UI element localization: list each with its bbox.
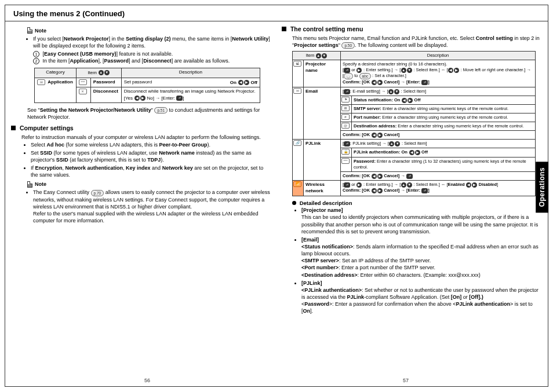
page-number-left: 56 — [144, 377, 150, 384]
note2-li: The Easy Connect utility p.70 allows use… — [33, 189, 271, 224]
note-bullets: If you select [Network Projector] in the… — [33, 35, 271, 49]
ct-th-item: Item ▲▼ — [293, 52, 341, 60]
email-cell: Email — [304, 87, 341, 140]
pass-icon: *** — [341, 158, 350, 164]
email-icon: ✉ — [293, 88, 301, 94]
page-title: Using the menus 2 (Continued) — [5, 9, 548, 21]
th-desc: Description — [121, 68, 260, 78]
th-item: Item ▲▼ — [76, 68, 121, 78]
note-line-1: If you select [Network Projector] in the… — [33, 35, 271, 49]
app-icon: ⊞ — [37, 79, 45, 85]
smtp-icon: 🖥 — [341, 105, 350, 111]
left-column: Note If you select [Network Projector] i… — [11, 25, 271, 316]
cell-pw-icon: *** — [76, 78, 90, 87]
cell-pw-desc: Set password On ◀▶ Off — [121, 78, 260, 87]
pj-auth: PJLink authentication: On ◀▶ Off — [352, 148, 536, 157]
computer-settings-title: Computer settings — [11, 124, 271, 132]
right-icon: ▶ — [244, 80, 249, 85]
dd-title: Detailed description — [292, 200, 542, 207]
email-confirm: Confirm: [OK ◀▶ Cancel] — [341, 131, 536, 140]
down-icon: ▼ — [104, 70, 110, 75]
note2-label-text: Note — [35, 181, 46, 188]
email-status: Status notification: On ◀▶ Off — [352, 96, 536, 104]
email-icon-cell: ✉ — [293, 87, 304, 140]
note-icon — [27, 27, 32, 34]
comp-li-2: Set SSID (for some types of wireless LAN… — [31, 149, 271, 163]
cell-password: Password — [90, 78, 121, 87]
page-number-right: 57 — [403, 377, 409, 384]
left-icon: ◀ — [238, 80, 243, 85]
side-tab-operations: Operations — [536, 162, 548, 213]
auth-icon: 🔒 — [341, 149, 350, 155]
control-table: Item ▲▼ Description 📽 Projector name Spe… — [292, 51, 536, 196]
projector-icon: 📽 — [293, 61, 301, 67]
note-label-text: Note — [35, 27, 46, 34]
email-dest: Destination address: Enter a character s… — [352, 122, 536, 131]
email-smtp: SMTP server: Enter a character string us… — [352, 104, 536, 113]
pjlink-icon: 🔗 — [293, 140, 301, 146]
dd-email: [Email] <Status notification>: Sends ala… — [301, 236, 542, 279]
dd-proj: [Projector name]This can be used to iden… — [301, 207, 542, 235]
pj-confirm: Confirm: [OK ◀▶ Cancel] → ⏎ — [341, 171, 536, 180]
cell-dc-icon: ✕ — [76, 87, 90, 102]
wl-icon-cell: 📶 — [293, 180, 304, 196]
page-ref-51: p.51 — [154, 107, 168, 113]
up-icon: ▲ — [99, 70, 104, 75]
numbered-1: 1 [Easy Connect (USB memory)] feature is… — [33, 50, 271, 57]
cell-dc-desc: Disconnect while transferring an image u… — [121, 87, 260, 102]
comp-li-3: If Encryption, Network authentication, K… — [31, 164, 271, 178]
email-a: [⏎: E-mail setting] → [▲▼ : Select item] — [341, 87, 536, 96]
comp-li-1: Select Ad hoc (for some wireless LAN ada… — [31, 141, 271, 148]
numbered-2: 2 In the item [Application], [Password] … — [33, 57, 271, 64]
see-line: See "Setting the Network Projector/Netwo… — [27, 107, 271, 120]
cell-application: ⊞ Application — [35, 78, 77, 102]
password-icon: *** — [79, 79, 87, 85]
circle-1-icon: 1 — [33, 51, 39, 57]
cell-disconnect: Disconnect — [90, 87, 121, 102]
note2-header: Note — [27, 181, 271, 188]
note-header: Note — [27, 27, 271, 34]
page-ref-50: p.50 — [341, 42, 355, 49]
pj-a: [⏎: PJLink setting] → [▲▼ : Select item] — [341, 140, 536, 148]
dest-icon: @ — [341, 123, 350, 129]
email-port: Port number: Enter a character string us… — [352, 113, 536, 122]
content-columns: Note If you select [Network Projector] i… — [5, 21, 548, 316]
pj-cell: PJLink — [304, 140, 341, 181]
application-table: Category Item ▲▼ Description ⊞ Applicati… — [34, 68, 260, 103]
wl-desc: [⏎ or ▶ : Enter setting.] → [▲▼ : Select… — [341, 180, 536, 196]
pj-pass: Password: Enter a character string (1 to… — [352, 157, 536, 171]
ctrl-intro: This menu sets Projector name, Email fun… — [292, 35, 542, 49]
page-frame: Using the menus 2 (Continued) Note If yo… — [5, 5, 548, 387]
note2-list: The Easy Connect utility p.70 allows use… — [33, 189, 271, 224]
right-column: The control setting menu This menu sets … — [282, 25, 542, 316]
disconnect-icon: ✕ — [79, 89, 87, 94]
enter-icon: ⏎ — [176, 96, 183, 101]
proj-icon-cell: 📽 — [293, 60, 304, 87]
comp-list: Select Ad hoc (for some wireless LAN ada… — [31, 141, 271, 179]
status-icon: ⚑ — [341, 97, 350, 102]
dd-pjlink: [PJLink] <PJLink authentication>: Set wh… — [301, 280, 542, 315]
th-category: Category — [35, 68, 77, 78]
proj-desc-cell: Specify a desired character string (0 to… — [341, 60, 536, 87]
proj-name-cell: Projector name — [304, 60, 341, 87]
wireless-icon: 📶 — [293, 181, 301, 187]
ct-th-desc: Description — [341, 52, 536, 60]
circle-2-icon: 2 — [33, 58, 39, 64]
wl-cell: Wireless network — [304, 180, 341, 196]
note-icon — [27, 181, 32, 188]
comp-intro: Refer to instruction manuals of your com… — [21, 134, 271, 141]
pj-icon-cell: 🔗 — [293, 140, 304, 181]
port-icon: # — [341, 114, 350, 120]
page-ref-70: p.70 — [91, 190, 104, 196]
dd-list: [Projector name]This can be used to iden… — [301, 207, 542, 314]
ctrl-title: The control setting menu — [282, 25, 542, 33]
